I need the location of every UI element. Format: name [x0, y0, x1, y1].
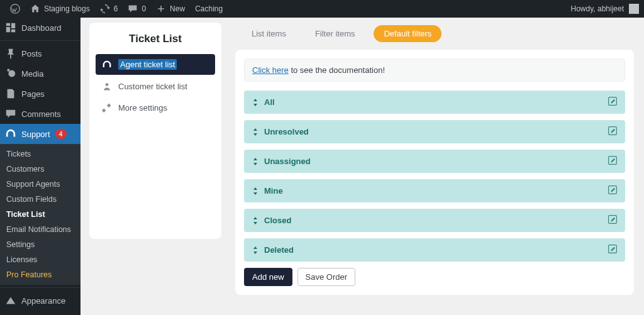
pages-icon	[5, 88, 16, 99]
edit-filter-button[interactable]	[608, 214, 618, 226]
menu-appearance-label: Appearance	[21, 296, 65, 306]
documentation-link[interactable]: Click here	[252, 65, 289, 75]
appearance-icon	[5, 295, 16, 306]
site-link[interactable]: Staging blogs	[25, 0, 95, 18]
admin-bar: Staging blogs 6 0 New Caching Howdy, abh…	[0, 0, 644, 18]
caching-label: Caching	[195, 4, 223, 13]
menu-pages-label: Pages	[21, 89, 45, 99]
admin-sidebar: Dashboard Posts Media Pages Comments Sup…	[0, 18, 80, 315]
menu-posts[interactable]: Posts	[0, 43, 80, 64]
user-icon	[102, 81, 112, 91]
add-new-button[interactable]: Add new	[244, 268, 292, 286]
menu-dashboard[interactable]: Dashboard	[0, 18, 80, 38]
edit-filter-button[interactable]	[608, 155, 618, 167]
caching-link[interactable]: Caching	[190, 0, 228, 18]
menu-posts-label: Posts	[21, 49, 42, 58]
edit-filter-button[interactable]	[608, 244, 618, 256]
menu-pages[interactable]: Pages	[0, 84, 80, 104]
submenu-pro-features[interactable]: Pro Features	[0, 267, 80, 282]
avatar[interactable]	[629, 4, 639, 14]
edit-filter-button[interactable]	[608, 126, 618, 138]
new-label: New	[170, 4, 185, 13]
sort-icon	[252, 128, 259, 136]
dashboard-icon	[5, 22, 16, 33]
media-icon	[5, 68, 16, 79]
sort-icon	[252, 99, 259, 106]
filter-label: Deleted	[264, 245, 294, 255]
documentation-bar: Click here to see the documentation!	[244, 58, 625, 82]
comments-count: 0	[142, 4, 146, 13]
filter-row[interactable]: Closed	[244, 209, 625, 232]
menu-media[interactable]: Media	[0, 64, 80, 84]
config-panel: Ticket List Agent ticket list Customer t…	[89, 23, 221, 239]
filter-label: Mine	[264, 186, 283, 196]
howdy-text[interactable]: Howdy, abhijeet	[571, 4, 625, 13]
filters-card: Click here to see the documentation! All…	[235, 50, 634, 295]
menu-comments[interactable]: Comments	[0, 104, 80, 124]
submenu-ticket-list[interactable]: Ticket List	[0, 207, 80, 222]
pin-icon	[5, 48, 16, 59]
filter-row[interactable]: Deleted	[244, 238, 625, 262]
menu-dashboard-label: Dashboard	[21, 23, 62, 33]
filter-label: Closed	[264, 216, 291, 225]
cfg-agent-ticket-list[interactable]: Agent ticket list	[96, 54, 215, 75]
sort-icon	[252, 246, 259, 254]
filter-row[interactable]: Unassigned	[244, 150, 625, 173]
submenu-customers[interactable]: Customers	[0, 162, 80, 177]
tab-filter-items[interactable]: Filter items	[305, 25, 365, 42]
cfg-customer-label: Customer ticket list	[118, 82, 187, 91]
edit-icon	[608, 96, 618, 106]
wordpress-icon	[10, 4, 20, 14]
comment-icon	[128, 4, 138, 14]
menu-media-label: Media	[21, 69, 43, 79]
filter-label: All	[264, 97, 275, 107]
submenu-custom-fields[interactable]: Custom Fields	[0, 192, 80, 207]
home-icon	[30, 4, 40, 14]
comments-link[interactable]: 0	[123, 0, 151, 18]
menu-plugins[interactable]: Plugins 3	[0, 311, 80, 315]
cfg-more-settings[interactable]: More settings	[96, 97, 215, 118]
documentation-rest: to see the documentation!	[289, 65, 385, 75]
menu-appearance[interactable]: Appearance	[0, 290, 80, 311]
edit-filter-button[interactable]	[608, 185, 618, 197]
sort-icon	[252, 158, 259, 165]
submenu-licenses[interactable]: Licenses	[0, 252, 80, 267]
submenu-tickets[interactable]: Tickets	[0, 146, 80, 162]
sort-icon	[252, 217, 259, 224]
edit-icon	[608, 244, 618, 254]
svg-point-1	[106, 83, 109, 86]
tab-list-items[interactable]: List items	[242, 25, 296, 42]
new-content-link[interactable]: New	[151, 0, 190, 18]
comments-icon	[5, 108, 16, 119]
tools-icon	[102, 102, 112, 113]
updates-count: 6	[114, 4, 118, 13]
menu-support[interactable]: Support 4	[0, 124, 80, 144]
updates-link[interactable]: 6	[95, 0, 123, 18]
cfg-customer-ticket-list[interactable]: Customer ticket list	[96, 76, 215, 96]
main-area: List items Filter items Default filters …	[235, 23, 634, 305]
submenu-email-notifications[interactable]: Email Notifications	[0, 222, 80, 237]
cfg-agent-label: Agent ticket list	[118, 59, 177, 70]
cfg-more-label: More settings	[118, 103, 167, 113]
filter-row[interactable]: All	[244, 91, 625, 114]
settings-tabs: List items Filter items Default filters	[235, 23, 634, 50]
plus-icon	[156, 4, 166, 14]
content-area: Ticket List Agent ticket list Customer t…	[80, 18, 644, 315]
wordpress-logo[interactable]	[5, 0, 25, 18]
filter-row[interactable]: Unresolved	[244, 120, 625, 143]
filter-row[interactable]: Mine	[244, 179, 625, 202]
headset-icon	[102, 60, 112, 70]
edit-icon	[608, 214, 618, 224]
edit-icon	[608, 185, 618, 195]
submenu-agents[interactable]: Support Agents	[0, 177, 80, 192]
tab-default-filters[interactable]: Default filters	[374, 25, 441, 42]
config-title: Ticket List	[96, 33, 215, 45]
submenu-settings[interactable]: Settings	[0, 237, 80, 252]
menu-comments-label: Comments	[21, 109, 61, 119]
filter-label: Unresolved	[264, 127, 309, 136]
refresh-icon	[100, 4, 110, 14]
edit-filter-button[interactable]	[608, 96, 618, 108]
save-order-button[interactable]: Save Order	[297, 268, 355, 286]
site-name: Staging blogs	[44, 4, 90, 13]
support-badge: 4	[55, 129, 67, 139]
